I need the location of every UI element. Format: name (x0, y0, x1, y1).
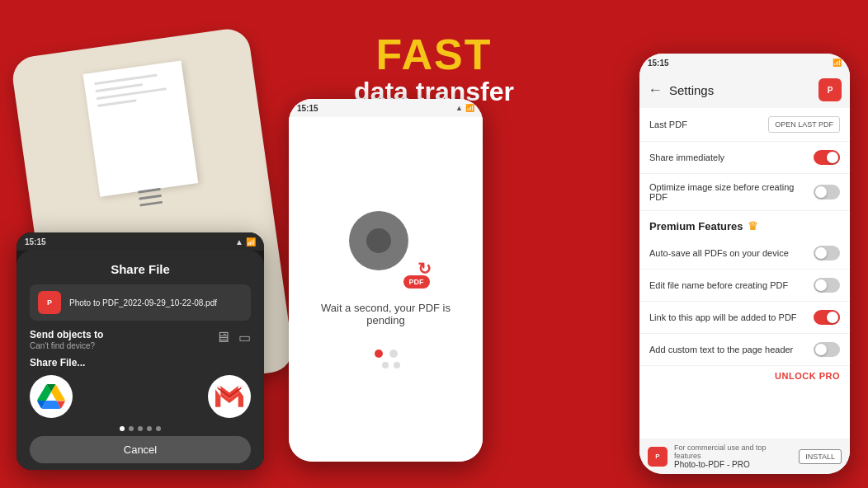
commercial-app-name: Photo-to-PDF - PRO (674, 460, 792, 469)
hero-heading: FAST data transfer (354, 33, 514, 107)
link-label: Link to this app will be added to PDF (649, 312, 814, 322)
dot-red-1 (375, 350, 383, 358)
editname-label: Edit file name before creating PDF (649, 280, 814, 290)
install-button[interactable]: INSTALL (799, 449, 842, 464)
dot-2 (129, 426, 134, 431)
crown-icon: ♛ (748, 219, 758, 232)
send-objects-row: Send objects to Can't find device? 🖥 ▭ (30, 329, 251, 350)
dot-gray-3 (394, 362, 400, 368)
center-phone: 15:15 ▲ 📶 PDF ↻ (289, 99, 483, 462)
settings-title: Settings (669, 83, 812, 97)
dot-1 (120, 426, 125, 431)
page-background: FAST data transfer (0, 0, 868, 488)
commercial-info: For commercial use and top features Phot… (674, 443, 792, 469)
center-phone-content: PDF ↻ Wait a second, your PDF is pending (289, 117, 483, 462)
last-pdf-label: Last PDF (649, 120, 768, 129)
share-sheet-title: Share File (30, 262, 251, 276)
settings-row-autosave: Auto-save all PDFs on your device (639, 237, 850, 270)
share-file-section: Share File... (30, 357, 251, 418)
share-immediately-label: Share immediately (649, 152, 814, 162)
share-sheet-phone: 15:15 ▲ 📶 Share File P Photo to PDF_2022… (17, 232, 264, 470)
paper-document (83, 60, 199, 196)
customtext-label: Add custom text to the page header (649, 345, 814, 354)
cant-find-label: Can't find device? (30, 341, 103, 350)
premium-section-header: Premium Features ♛ (639, 211, 850, 237)
editname-toggle[interactable] (814, 278, 840, 293)
time-right: 15:15 (648, 59, 669, 68)
settings-body: Last PDF OPEN LAST PDF Share immediately… (639, 108, 850, 439)
send-objects-info: Send objects to Can't find device? (30, 329, 103, 350)
send-objects-label: Send objects to (30, 329, 103, 340)
optimize-toggle[interactable] (814, 185, 840, 199)
customtext-toggle[interactable] (814, 342, 840, 357)
optimize-label: Optimize image size before creating PDF (649, 182, 814, 202)
gmail-icon[interactable] (208, 375, 251, 418)
premium-label: Premium Features (649, 220, 743, 232)
settings-toolbar: ← Settings P (639, 72, 850, 108)
autosave-toggle[interactable] (814, 246, 840, 260)
settings-app-icon: P (818, 78, 842, 101)
left-phone-area: 15:15 ▲ 📶 Share File P Photo to PDF_2022… (17, 41, 289, 470)
dot-5 (156, 426, 161, 431)
share-filename: Photo to PDF_2022-09-29_10-22-08.pdf (69, 298, 217, 308)
right-phone-shell: 15:15 📶 ← Settings P Last PDF OPEN LAST … (639, 54, 850, 474)
signal-icons-center: ▲ 📶 (455, 104, 474, 112)
signal-icons-left: ▲ 📶 (235, 237, 256, 246)
settings-row-share: Share immediately (639, 142, 850, 174)
monitor-icon: 🖥 (215, 329, 230, 346)
app-logo: PDF ↻ (349, 211, 423, 285)
signal-icons-right: 📶 (833, 59, 842, 67)
center-phone-shell: 15:15 ▲ 📶 PDF ↻ (289, 99, 483, 462)
right-phone: 15:15 📶 ← Settings P Last PDF OPEN LAST … (639, 54, 850, 474)
dot-3 (138, 426, 143, 431)
unlock-pro-button[interactable]: UNLOCK PRO (775, 371, 840, 381)
share-immediately-toggle[interactable] (814, 150, 840, 165)
tablet-icon: ▭ (238, 330, 251, 345)
settings-row-customtext: Add custom text to the page header (639, 334, 850, 366)
time-left: 15:15 (25, 237, 46, 246)
google-drive-icon[interactable] (30, 375, 73, 418)
open-last-pdf-button[interactable]: OPEN LAST PDF (768, 116, 840, 133)
camera-lens (366, 228, 391, 253)
settings-row-link: Link to this app will be added to PDF (639, 302, 850, 334)
unlock-row: UNLOCK PRO (639, 366, 850, 389)
status-bar-right: 15:15 📶 (639, 54, 850, 72)
pagination-dots (30, 426, 251, 431)
commercial-bar: P For commercial use and top features Ph… (639, 439, 850, 474)
link-toggle[interactable] (814, 310, 840, 325)
back-arrow-icon[interactable]: ← (648, 82, 663, 99)
app-icons-row (30, 375, 251, 418)
settings-row-optimize: Optimize image size before creating PDF (639, 174, 850, 211)
share-sheet-container: Share File P Photo to PDF_2022-09-29_10-… (17, 251, 264, 470)
settings-row-last-pdf: Last PDF OPEN LAST PDF (639, 108, 850, 142)
pending-text: Wait a second, your PDF is pending (305, 302, 466, 326)
arrow-icon: ↻ (417, 260, 432, 277)
menu-icon (138, 188, 163, 207)
share-file-section-label: Share File... (30, 357, 251, 368)
commercial-text: For commercial use and top features (674, 443, 792, 460)
commercial-app-icon: P (648, 447, 668, 467)
fast-label: FAST (354, 33, 514, 76)
autosave-label: Auto-save all PDFs on your device (649, 248, 814, 258)
dot-gray-2 (382, 362, 389, 368)
camera-body (349, 211, 408, 270)
loading-indicator (372, 350, 400, 368)
status-bar-left: 15:15 ▲ 📶 (17, 232, 264, 251)
settings-row-editname: Edit file name before creating PDF (639, 270, 850, 302)
dot-gray-1 (389, 350, 398, 358)
status-bar-center: 15:15 ▲ 📶 (289, 99, 483, 117)
pdf-icon-small: P (38, 291, 61, 314)
time-center: 15:15 (297, 104, 318, 113)
device-icons: 🖥 ▭ (215, 329, 251, 346)
cancel-button[interactable]: Cancel (30, 436, 251, 463)
dot-4 (147, 426, 152, 431)
share-file-row: P Photo to PDF_2022-09-29_10-22-08.pdf (30, 284, 251, 321)
